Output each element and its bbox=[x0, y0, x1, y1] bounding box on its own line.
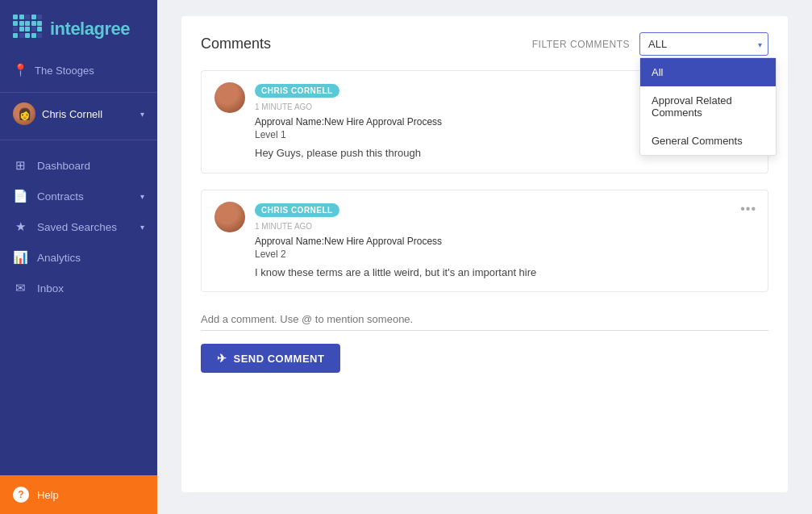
help-icon: ? bbox=[13, 487, 29, 503]
filter-dropdown[interactable]: ALL ▾ All Approval Related Comments Gene… bbox=[639, 32, 768, 56]
approval-name-2: New Hire Approval Process bbox=[324, 236, 442, 247]
contracts-icon: 📄 bbox=[13, 189, 27, 203]
comment-input[interactable] bbox=[201, 308, 768, 331]
filter-row: Filter Comments ALL ▾ All Approval Relat… bbox=[532, 32, 768, 56]
help-label: Help bbox=[37, 489, 59, 501]
avatar: 👩 bbox=[13, 102, 35, 125]
main-content: Comments Filter Comments ALL ▾ All Appro… bbox=[157, 0, 812, 514]
org-name: The Stooges bbox=[35, 65, 94, 77]
avatar-1 bbox=[214, 82, 245, 113]
sidebar-org[interactable]: 📍 The Stooges bbox=[0, 56, 157, 89]
nav-menu: ⊞ Dashboard 📄 Contracts ▾ ★ Saved Search… bbox=[0, 144, 157, 475]
analytics-icon: 📊 bbox=[13, 250, 27, 265]
logo-icon bbox=[13, 15, 42, 44]
filter-dropdown-menu: All Approval Related Comments General Co… bbox=[639, 57, 777, 156]
logo: intelagree bbox=[0, 0, 157, 56]
author-badge-2: CHRIS CORNELL bbox=[255, 203, 339, 217]
author-badge-1: CHRIS CORNELL bbox=[255, 84, 339, 98]
avatar-2 bbox=[214, 202, 245, 232]
dashboard-icon: ⊞ bbox=[13, 158, 27, 173]
sidebar: intelagree 📍 The Stooges 👩 Chris Cornell… bbox=[0, 0, 157, 514]
filter-select-display[interactable]: ALL bbox=[639, 32, 768, 56]
help-bar[interactable]: ? Help bbox=[0, 475, 157, 514]
filter-label: Filter Comments bbox=[532, 39, 630, 50]
comment-time-2: 1 MINUTE AGO bbox=[255, 222, 755, 231]
sidebar-item-dashboard[interactable]: ⊞ Dashboard bbox=[0, 150, 157, 181]
filter-option-approval[interactable]: Approval Related Comments bbox=[640, 86, 776, 127]
chevron-down-icon: ▾ bbox=[140, 110, 144, 119]
comment-body-2: CHRIS CORNELL 1 MINUTE AGO Approval Name… bbox=[255, 202, 755, 281]
sidebar-item-label: Dashboard bbox=[37, 160, 90, 172]
send-button-label: SEND COMMENT bbox=[234, 353, 325, 365]
star-icon: ★ bbox=[13, 219, 27, 234]
user-menu[interactable]: 👩 Chris Cornell ▾ bbox=[0, 96, 157, 136]
chevron-right-icon: ▾ bbox=[140, 223, 144, 232]
comments-title: Comments bbox=[201, 36, 271, 52]
filter-option-general[interactable]: General Comments bbox=[640, 127, 776, 155]
sidebar-item-label: Analytics bbox=[37, 252, 81, 264]
comment-approval-2: Approval Name:New Hire Approval Process bbox=[255, 236, 755, 247]
sidebar-item-label: Saved Searches bbox=[37, 221, 117, 233]
sidebar-item-label: Inbox bbox=[37, 282, 64, 295]
divider-2 bbox=[0, 140, 157, 140]
logo-prefix: intel bbox=[50, 19, 85, 39]
comment-card-2: CHRIS CORNELL 1 MINUTE AGO Approval Name… bbox=[201, 190, 768, 293]
inbox-icon: ✉ bbox=[13, 281, 27, 295]
logo-suffix: agree bbox=[85, 19, 130, 39]
comments-panel: Comments Filter Comments ALL ▾ All Appro… bbox=[181, 16, 788, 492]
sidebar-item-label: Contracts bbox=[37, 190, 84, 203]
sidebar-item-inbox[interactable]: ✉ Inbox bbox=[0, 273, 157, 303]
comment-text-2: I know these terms are a little weird, b… bbox=[255, 265, 755, 281]
sidebar-item-saved-searches[interactable]: ★ Saved Searches ▾ bbox=[0, 211, 157, 242]
send-comment-button[interactable]: ✈ SEND COMMENT bbox=[201, 344, 340, 373]
avatar-image: 👩 bbox=[13, 102, 35, 125]
approval-name-1: New Hire Approval Process bbox=[324, 116, 442, 127]
divider-1 bbox=[0, 92, 157, 93]
more-options-button[interactable]: ••• bbox=[740, 202, 756, 216]
comments-header: Comments Filter Comments ALL ▾ All Appro… bbox=[201, 32, 768, 56]
sidebar-item-contracts[interactable]: 📄 Contracts ▾ bbox=[0, 181, 157, 211]
comment-input-area: ✈ SEND COMMENT bbox=[201, 308, 768, 373]
user-name: Chris Cornell bbox=[42, 108, 102, 120]
logo-text: intelagree bbox=[50, 19, 130, 40]
send-icon: ✈ bbox=[217, 352, 227, 365]
comment-level-2: Level 2 bbox=[255, 249, 755, 260]
sidebar-item-analytics[interactable]: 📊 Analytics bbox=[0, 242, 157, 273]
chevron-right-icon: ▾ bbox=[140, 192, 144, 201]
location-icon: 📍 bbox=[13, 63, 28, 77]
filter-option-all[interactable]: All bbox=[640, 58, 776, 86]
